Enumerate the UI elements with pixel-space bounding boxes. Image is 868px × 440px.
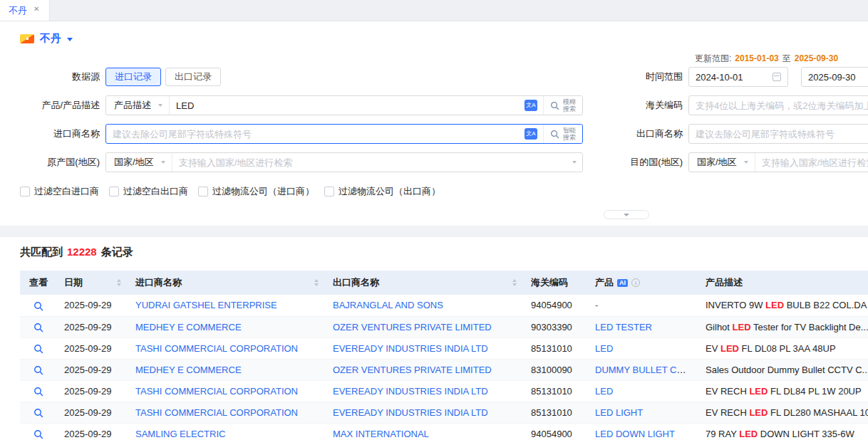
chevron-down-icon <box>744 161 748 164</box>
smart-search-label-2: 搜索 <box>563 134 576 141</box>
importer-link[interactable]: TASHI COMMERCIAL CORPORATION <box>135 407 298 418</box>
sort-icon[interactable] <box>117 279 121 286</box>
data-source-label: 数据源 <box>20 70 100 83</box>
smart-search-button[interactable]: 智能 搜索 <box>543 125 582 143</box>
view-record-button[interactable] <box>33 301 43 311</box>
view-record-button[interactable] <box>33 344 43 354</box>
importer-input[interactable] <box>106 125 525 143</box>
checkbox-icon[interactable] <box>109 187 119 197</box>
origin-type-select[interactable]: 国家/地区 <box>106 153 172 172</box>
exporter-input[interactable] <box>688 124 868 144</box>
column-importer[interactable]: 进口商名称 <box>128 271 326 295</box>
product-link[interactable]: LED <box>595 343 613 354</box>
cell-date: 2025-09-29 <box>57 402 128 423</box>
magnifier-icon <box>33 365 43 375</box>
column-exporter[interactable]: 出口商名称 <box>326 271 524 295</box>
exporter-link[interactable]: BAJRANGLAL AND SONS <box>333 300 443 310</box>
column-product-label: 产品 <box>595 276 614 289</box>
cell-date: 2025-09-29 <box>57 316 128 337</box>
description-text: FL DL08 PL 3AA 48UP <box>739 343 836 354</box>
importer-link[interactable]: MEDHEY E COMMERCE <box>135 322 242 332</box>
translate-icon[interactable] <box>525 100 537 111</box>
destination-country-input[interactable] <box>755 153 868 172</box>
table-header-row: 查看 日期 进口商名称 出口商名称 海关编码 产品AI 产品描述 <box>20 271 868 295</box>
product-type-select[interactable]: 产品描述 <box>106 96 170 115</box>
checkbox-label: 过滤空白进口商 <box>34 185 99 198</box>
magnifier-icon <box>33 301 43 311</box>
column-product: 产品AI <box>588 271 698 295</box>
export-records-toggle[interactable]: 出口记录 <box>165 68 221 86</box>
filter-checkbox-item[interactable]: 过滤物流公司（出口商） <box>324 185 440 198</box>
description-highlight: LED <box>739 429 758 439</box>
cell-hs-code: 85131010 <box>524 380 588 402</box>
product-search-input[interactable] <box>170 96 525 115</box>
exporter-link[interactable]: MAX INTERNATIONAL <box>333 429 429 439</box>
close-icon[interactable] <box>33 7 41 14</box>
exporter-link[interactable]: OZER VENTURES PRIVATE LIMITED <box>333 322 492 332</box>
cell-hs-code: 83100090 <box>524 359 588 380</box>
customs-code-input[interactable] <box>688 95 868 115</box>
summary-prefix: 共匹配到 <box>20 246 63 259</box>
origin-country-input[interactable] <box>172 153 572 172</box>
chevron-down-icon[interactable] <box>67 38 73 41</box>
fuzzy-search-button[interactable]: 模糊 搜索 <box>543 96 582 115</box>
exporter-link[interactable]: EVEREADY INDUSTRIES INDIA LTD <box>333 386 488 397</box>
collapse-panel-button[interactable] <box>604 210 649 219</box>
cell-description: EV LED FL DL08 PL 3AA 48UP <box>698 337 868 359</box>
view-record-button[interactable] <box>33 323 43 332</box>
results-count: 12228 <box>67 246 97 258</box>
checkbox-icon[interactable] <box>198 187 208 197</box>
destination-type-select[interactable]: 国家/地区 <box>689 153 755 172</box>
importer-link[interactable]: MEDHEY E COMMERCE <box>135 365 242 375</box>
cell-description: EV RECH LED FL DL280 MASHAAL 10... <box>698 402 868 423</box>
checkbox-icon[interactable] <box>324 187 334 197</box>
cell-hs-code: 94054900 <box>524 423 588 440</box>
view-record-button[interactable] <box>33 365 43 375</box>
translate-icon[interactable] <box>525 128 537 140</box>
chevron-down-icon[interactable] <box>572 161 577 164</box>
product-link[interactable]: DUMMY BULLET CCTV... <box>595 365 698 375</box>
view-record-button[interactable] <box>33 387 43 397</box>
tab-bhutan[interactable]: 不丹 <box>0 0 50 21</box>
description-text: FL DL280 MASHAAL 10... <box>768 407 868 418</box>
view-record-button[interactable] <box>33 408 43 418</box>
info-icon[interactable] <box>631 278 640 287</box>
product-link[interactable]: LED TESTER <box>595 322 652 332</box>
importer-input-group: 智能 搜索 <box>105 124 583 144</box>
view-record-button[interactable] <box>33 429 43 439</box>
column-view-label: 查看 <box>29 276 48 289</box>
product-link[interactable]: LED DOWN LIGHT <box>595 429 675 439</box>
import-records-toggle[interactable]: 进口记录 <box>105 68 161 86</box>
filter-checkbox-item[interactable]: 过滤空白出口商 <box>109 185 188 198</box>
table-row: 2025-09-29 SAMLING ELECTRIC MAX INTERNAT… <box>20 423 868 440</box>
filter-checkbox-item[interactable]: 过滤物流公司（进口商） <box>198 185 314 198</box>
importer-link[interactable]: TASHI COMMERCIAL CORPORATION <box>135 386 298 397</box>
column-date[interactable]: 日期 <box>57 271 128 295</box>
sort-icon[interactable] <box>512 279 517 286</box>
start-date-input[interactable]: 2024-10-01 <box>688 67 788 87</box>
filter-checkbox-item[interactable]: 过滤空白进口商 <box>20 185 99 198</box>
exporter-link[interactable]: EVEREADY INDUSTRIES INDIA LTD <box>333 343 488 354</box>
filter-row-company: 进口商名称 智能 搜索 出口商名称 <box>20 124 868 144</box>
checkbox-label: 过滤物流公司（出口商） <box>339 185 440 198</box>
product-link[interactable]: LED <box>595 386 613 397</box>
description-text: EV <box>706 343 720 354</box>
sort-icon[interactable] <box>314 279 319 286</box>
product-link[interactable]: - <box>595 300 598 310</box>
exporter-link[interactable]: EVEREADY INDUSTRIES INDIA LTD <box>333 407 488 418</box>
fuzzy-search-label-1: 模糊 <box>563 98 576 105</box>
description-text: INVERTO 9W <box>706 300 765 310</box>
page-header: 不丹 <box>0 21 868 48</box>
table-row: 2025-09-29 MEDHEY E COMMERCE OZER VENTUR… <box>20 316 868 337</box>
importer-link[interactable]: TASHI COMMERCIAL CORPORATION <box>135 343 298 354</box>
importer-link[interactable]: YUDRAI GATSHEL ENTERPRISE <box>135 300 277 310</box>
importer-link[interactable]: SAMLING ELECTRIC <box>135 429 225 439</box>
magnifier-icon <box>33 429 43 439</box>
exporter-link[interactable]: OZER VENTURES PRIVATE LIMITED <box>333 365 492 375</box>
product-link[interactable]: LED LIGHT <box>595 407 643 418</box>
cell-description: Sales Outdoor Dummy Bullet CCTV C... <box>698 359 868 380</box>
end-date-input[interactable]: 2025-09-30 <box>801 67 868 87</box>
ai-badge: AI <box>617 279 628 287</box>
product-input-group: 产品描述 模糊 搜索 <box>105 95 583 115</box>
checkbox-icon[interactable] <box>20 187 30 197</box>
